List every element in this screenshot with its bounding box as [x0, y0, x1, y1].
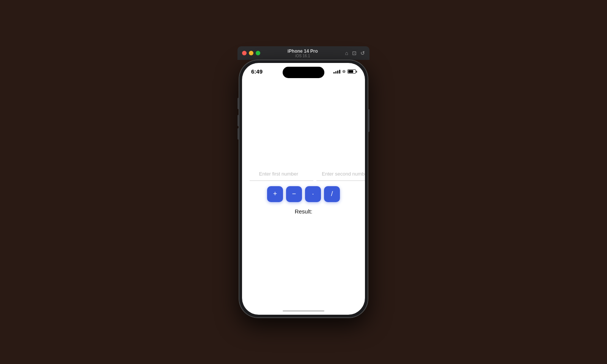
signal-bar-3 — [337, 71, 338, 74]
status-icons: ⊛ — [333, 69, 356, 74]
status-time: 6:49 — [251, 68, 263, 75]
inputs-row — [250, 167, 357, 181]
signal-bar-2 — [335, 71, 337, 74]
battery-fill — [348, 70, 353, 73]
ios-version: iOS 16.1 — [295, 54, 310, 58]
title-bar: iPhone 14 Pro iOS 16.1 ⌂ ⊡ ↺ — [237, 46, 370, 60]
second-number-input[interactable] — [316, 167, 365, 181]
rotate-icon[interactable]: ↺ — [360, 50, 365, 56]
signal-icon — [333, 70, 340, 74]
home-indicator[interactable] — [283, 310, 324, 312]
result-label: Result: — [295, 208, 313, 215]
signal-bar-1 — [333, 72, 335, 74]
add-button[interactable]: + — [267, 186, 283, 202]
multiply-button[interactable]: · — [305, 186, 321, 202]
operators-row: + − · / — [267, 186, 340, 202]
wifi-icon: ⊛ — [342, 69, 346, 74]
divide-button[interactable]: / — [324, 186, 340, 202]
toolbar-icons: ⌂ ⊡ ↺ — [345, 50, 365, 56]
minimize-button[interactable] — [249, 51, 253, 55]
signal-bar-4 — [339, 70, 340, 74]
fullscreen-button[interactable] — [256, 51, 260, 55]
device-name: iPhone 14 Pro — [288, 49, 318, 54]
app-content: + − · / Result: — [242, 82, 365, 315]
screenshot-icon[interactable]: ⊡ — [352, 50, 357, 56]
first-number-input[interactable] — [250, 167, 313, 181]
device-info: iPhone 14 Pro iOS 16.1 — [288, 49, 318, 58]
close-button[interactable] — [242, 51, 247, 55]
phone-frame: 6:49 ⊛ — [239, 60, 368, 318]
simulator-wrapper: iPhone 14 Pro iOS 16.1 ⌂ ⊡ ↺ 6:49 — [237, 46, 370, 318]
battery-icon — [348, 69, 356, 74]
window-controls — [242, 51, 260, 55]
phone-screen: 6:49 ⊛ — [242, 63, 365, 315]
home-icon[interactable]: ⌂ — [345, 50, 348, 56]
subtract-button[interactable]: − — [286, 186, 302, 202]
dynamic-island — [283, 67, 324, 78]
